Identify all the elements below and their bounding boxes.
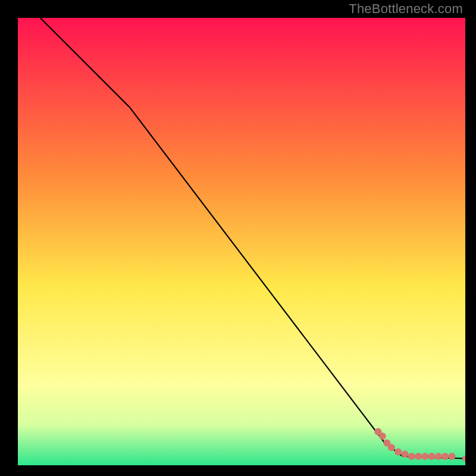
gradient-background <box>18 18 465 465</box>
chart-svg <box>18 18 465 465</box>
chart-frame: TheBottleneck.com <box>0 0 476 476</box>
scatter-point <box>379 433 386 440</box>
scatter-point <box>408 453 415 460</box>
scatter-point <box>448 453 455 460</box>
plot-area <box>18 18 465 465</box>
scatter-point <box>441 453 449 460</box>
scatter-point <box>435 453 442 460</box>
scatter-point <box>415 453 422 460</box>
attribution-label: TheBottleneck.com <box>349 1 463 17</box>
scatter-point <box>388 444 395 451</box>
scatter-point <box>421 453 428 460</box>
scatter-point <box>394 448 402 455</box>
scatter-point <box>428 453 436 460</box>
scatter-point <box>401 450 408 458</box>
